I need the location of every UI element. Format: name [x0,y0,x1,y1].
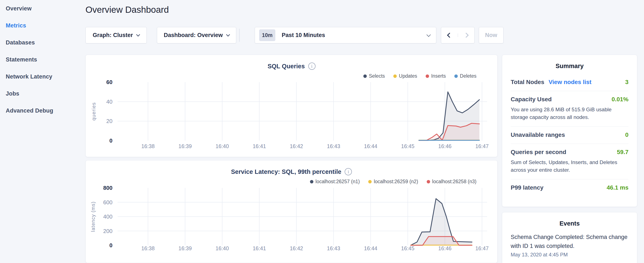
summary-row-total-nodes: Total NodesView nodes list3 [511,74,628,91]
svg-text:queries: queries [91,102,96,121]
summary-row-value: 0 [625,132,628,138]
svg-text:16:39: 16:39 [178,245,192,251]
summary-row-value: 0.01% [612,96,628,103]
events-title: Events [511,212,628,231]
svg-text:16:41: 16:41 [252,143,266,149]
time-range-dropdown[interactable]: 10m Past 10 Minutes [255,27,436,43]
svg-text:16:40: 16:40 [216,245,229,251]
chevron-right-icon [464,33,468,38]
chart-header: SQL Queries [86,63,497,70]
sidebar-item-databases[interactable]: Databases [0,34,85,51]
chevron-down-icon [426,33,431,37]
info-icon[interactable] [345,168,352,175]
summary-row-label: Queries per second [511,149,566,156]
summary-row-value: 46.1 ms [606,184,628,191]
summary-row-capacity-used: Capacity Used0.01%You are using 28.6 MiB… [511,91,628,126]
page: OverviewMetricsDatabasesStatementsNetwor… [0,0,644,263]
svg-text:16:43: 16:43 [327,245,340,251]
toolbar-divider [239,29,240,42]
svg-text:16:45: 16:45 [401,143,414,149]
dashboard-dropdown[interactable]: Dashboard: Overview [157,27,236,43]
chart-title: Service Latency: SQL, 99th percentile [231,168,342,175]
svg-text:16:44: 16:44 [364,143,378,149]
svg-text:60: 60 [106,79,112,85]
svg-text:40: 40 [106,99,112,105]
summary-row-description: Sum of Selects, Updates, Inserts, and De… [511,158,628,174]
summary-panel: Summary Total NodesView nodes list3Capac… [502,55,637,207]
sidebar-item-advanced-debug[interactable]: Advanced Debug [0,102,85,119]
time-range-label: Past 10 Minutes [282,32,325,39]
svg-text:16:41: 16:41 [252,245,266,251]
svg-text:600: 600 [103,199,112,205]
svg-text:16:38: 16:38 [142,143,155,149]
events-list: Schema Change Completed: Schema change w… [511,231,628,258]
view-nodes-list-link[interactable]: View nodes list [548,79,592,86]
summary-row-unavailable-ranges: Unavailable ranges0 [511,126,628,144]
svg-text:16:43: 16:43 [327,143,340,149]
summary-rows: Total NodesView nodes list3Capacity Used… [511,74,628,196]
time-next-button[interactable] [458,34,474,37]
summary-title: Summary [511,55,628,74]
svg-text:800: 800 [103,185,112,191]
svg-text:16:38: 16:38 [142,245,155,251]
svg-text:16:39: 16:39 [178,143,192,149]
event-item: Schema Change Completed: Schema change w… [511,231,628,258]
time-range-badge: 10m [259,29,275,41]
svg-text:16:44: 16:44 [364,245,378,251]
time-pager [441,27,474,43]
summary-row-description: You are using 28.6 MiB of 515.9 GiB usab… [511,106,628,121]
graph-dropdown[interactable]: Graph: Cluster [86,27,147,43]
svg-text:0: 0 [110,137,112,144]
sidebar-item-jobs[interactable]: Jobs [0,85,85,102]
service-latency-chart-plot[interactable]: 16:3816:3916:4016:4116:4216:4316:4416:45… [86,176,498,263]
svg-text:200: 200 [103,228,112,234]
service-latency-chart-card: Service Latency: SQL, 99th percentile lo… [86,160,498,263]
summary-row-value: 59.7 [617,149,629,156]
summary-row-label: P99 latency [511,184,544,191]
toolbar: Graph: Cluster Dashboard: Overview 10m P… [86,27,504,43]
svg-text:16:46: 16:46 [438,245,452,251]
svg-text:16:40: 16:40 [216,143,229,149]
chevron-down-icon [226,33,230,36]
svg-text:16:42: 16:42 [290,245,303,251]
chart-title: SQL Queries [268,63,305,70]
svg-text:16:47: 16:47 [476,245,489,251]
svg-text:20: 20 [106,118,112,124]
svg-text:16:42: 16:42 [290,143,303,149]
svg-text:0: 0 [110,242,112,248]
chart-header: Service Latency: SQL, 99th percentile [86,168,497,175]
page-title: Overview Dashboard [86,5,169,15]
sidebar-item-statements[interactable]: Statements [0,51,85,68]
events-panel: Events Schema Change Completed: Schema c… [502,212,637,263]
summary-row-value: 3 [625,79,628,86]
chevron-left-icon [447,33,452,38]
event-text: Schema Change Completed: Schema change w… [511,232,628,250]
sidebar-item-network-latency[interactable]: Network Latency [0,68,85,85]
sidebar: OverviewMetricsDatabasesStatementsNetwor… [0,0,85,263]
svg-text:latency (ms): latency (ms) [90,201,96,232]
svg-text:400: 400 [103,213,112,220]
chevron-down-icon [136,33,140,36]
summary-row-label: Capacity Used [511,96,552,103]
event-timestamp: May 13, 2020 at 4:45 PM [511,252,628,258]
summary-row-label: Total Nodes [511,79,544,86]
summary-row-label: Unavailable ranges [511,132,565,138]
sql-queries-chart-plot[interactable]: 16:3816:3916:4016:4116:4216:4316:4416:45… [86,70,498,157]
sidebar-item-metrics[interactable]: Metrics [0,17,85,34]
summary-row-p99-latency: P99 latency46.1 ms [511,179,628,196]
sidebar-item-overview[interactable]: Overview [0,0,85,17]
svg-text:16:45: 16:45 [401,245,414,251]
svg-text:16:46: 16:46 [438,143,452,149]
now-button[interactable]: Now [479,27,504,43]
dashboard-dropdown-label: Dashboard: Overview [164,32,223,39]
sql-queries-chart-card: SQL Queries SelectsUpdatesInsertsDeletes… [86,55,498,157]
info-icon[interactable] [308,63,316,70]
svg-text:16:47: 16:47 [476,143,489,149]
graph-dropdown-label: Graph: Cluster [93,32,133,39]
summary-row-queries-per-second: Queries per second59.7Sum of Selects, Up… [511,144,628,179]
time-prev-button[interactable] [441,34,458,37]
